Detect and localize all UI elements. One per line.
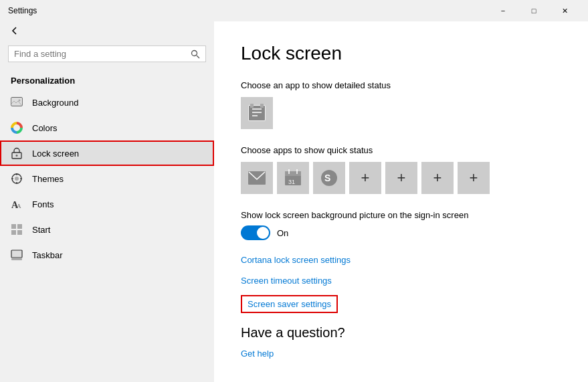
svg-rect-31 [285,171,301,176]
svg-rect-19 [17,230,22,235]
svg-point-0 [192,50,197,56]
sidebar-item-start-label: Start [32,225,50,235]
show-bg-label: Show lock screen background picture on t… [241,210,561,220]
sidebar-item-colors[interactable]: Colors [0,115,214,140]
titlebar: Settings − □ ✕ [0,0,588,21]
svg-text:31: 31 [288,179,295,185]
sidebar-item-colors-label: Colors [32,123,58,133]
detailed-status-label: Choose an app to show detailed status [241,80,561,90]
sidebar-item-fonts-label: Fonts [32,199,54,209]
sidebar-item-lockscreen[interactable]: Lock screen [0,140,214,166]
colors-icon [11,122,23,134]
svg-rect-18 [11,230,16,235]
svg-point-4 [19,100,21,102]
quick-status-label: Choose apps to show quick status [241,145,561,155]
sidebar-item-lockscreen-label: Lock screen [32,149,79,159]
app-container: Personalization Background [0,21,588,382]
cortana-link[interactable]: Cortana lock screen settings [241,255,351,265]
back-button[interactable] [0,21,214,40]
minimize-button[interactable]: − [488,0,518,21]
main-content: Lock screen Choose an app to show detail… [214,21,588,382]
sidebar-item-taskbar[interactable]: Taskbar [0,242,214,268]
sidebar-item-themes-label: Themes [32,174,64,184]
svg-rect-17 [17,224,22,229]
screensaver-link[interactable]: Screen saver settings [241,295,338,313]
back-icon [11,27,19,35]
search-icon [191,50,200,59]
get-help-link[interactable]: Get help [241,349,274,359]
toggle-state-label: On [277,228,288,238]
quick-status-calendar[interactable]: 31 [277,162,309,194]
sidebar: Personalization Background [0,21,214,382]
sidebar-item-background-label: Background [32,98,78,108]
svg-rect-28 [260,104,264,108]
sidebar-item-background[interactable]: Background [0,90,214,115]
page-title: Lock screen [241,43,561,64]
svg-text:S: S [324,173,330,183]
svg-rect-20 [11,250,22,258]
quick-status-grid: 31 S + + + + [241,162,561,194]
quick-status-mail[interactable] [241,162,273,194]
quick-status-plus-1[interactable]: + [349,162,381,194]
quick-status-plus-2[interactable]: + [385,162,417,194]
section-title: Personalization [0,68,214,90]
svg-point-9 [15,177,19,181]
question-title: Have a question? [241,325,561,341]
svg-text:A: A [17,203,21,209]
search-box[interactable] [8,45,206,62]
search-input[interactable] [14,49,187,59]
lockscreen-icon [11,147,23,159]
fonts-icon: A A [11,198,23,210]
quick-status-plus-3[interactable]: + [421,162,454,194]
sidebar-item-themes[interactable]: Themes [0,166,214,191]
detailed-status-app-1[interactable] [241,97,273,129]
sidebar-item-start[interactable]: Start [0,217,214,242]
sign-in-bg-toggle[interactable] [241,225,270,240]
taskbar-icon [11,249,23,261]
window-controls: − □ ✕ [488,0,580,21]
quick-status-plus-4[interactable]: + [458,162,490,194]
maximize-button[interactable]: □ [518,0,549,21]
svg-rect-21 [11,258,22,260]
close-button[interactable]: ✕ [549,0,580,21]
svg-point-7 [16,155,18,157]
svg-line-1 [197,56,199,58]
themes-icon [11,173,23,185]
start-icon [11,223,23,235]
background-icon [11,96,23,108]
detailed-status-grid [241,97,561,129]
sidebar-item-fonts[interactable]: A A Fonts [0,191,214,217]
svg-rect-16 [11,224,16,229]
sidebar-item-taskbar-label: Taskbar [32,250,63,260]
svg-rect-27 [250,104,254,108]
timeout-link[interactable]: Screen timeout settings [241,276,332,286]
svg-rect-23 [249,106,265,120]
app-title: Settings [8,6,488,15]
sign-in-bg-toggle-row: On [241,225,561,240]
quick-status-skype[interactable]: S [313,162,345,194]
